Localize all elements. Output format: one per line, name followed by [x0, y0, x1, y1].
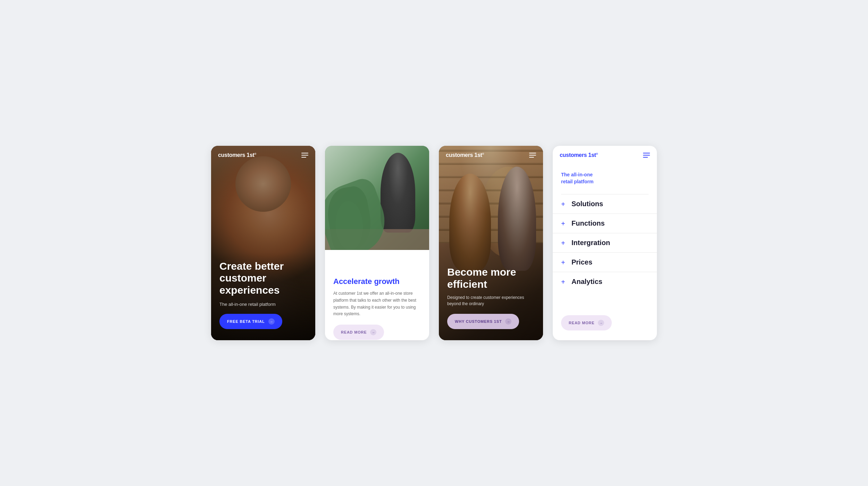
card-footer: Become more efficient Designed to create…: [439, 258, 543, 340]
card-header: customers 1st®: [553, 146, 657, 165]
menu-item-functions[interactable]: + Functions: [553, 214, 657, 233]
arrow-icon: →: [598, 320, 604, 326]
menu-label: Analytics: [571, 278, 602, 286]
card-menu: customers 1st® The all-in-oneretail plat…: [553, 146, 657, 340]
read-more-button[interactable]: READ MORE →: [333, 325, 384, 340]
cards-container: customers 1st® Create better customer ex…: [211, 146, 657, 340]
hamburger-menu-icon[interactable]: [643, 153, 650, 158]
plus-icon: +: [561, 278, 567, 285]
efficient-subtitle: Designed to create customer experiences …: [447, 294, 535, 307]
logo: customers 1st®: [560, 152, 598, 158]
hamburger-menu-icon[interactable]: [529, 153, 536, 158]
card-footer: Create better customer experiences The a…: [211, 252, 315, 341]
why-button[interactable]: WHY CUSTOMERS 1ST →: [447, 314, 519, 329]
logo: customers 1st®: [446, 152, 484, 158]
plus-icon: +: [561, 259, 567, 266]
menu-label: Functions: [571, 219, 605, 227]
hero-title: Create better customer experiences: [219, 260, 307, 296]
card-growth: customers 1st® Accelerate growth At cust…: [325, 146, 429, 340]
menu-item-analytics[interactable]: + Analytics: [553, 272, 657, 291]
plus-icon: +: [561, 240, 567, 246]
growth-body: At customer 1st we offer an all-in-one s…: [333, 290, 421, 318]
plus-icon: +: [561, 201, 567, 208]
card-header: customers 1st®: [439, 146, 543, 165]
menu-item-solutions[interactable]: + Solutions: [553, 194, 657, 214]
growth-title: Accelerate growth: [333, 277, 421, 286]
free-trial-button[interactable]: FREE BETA TRIAL →: [219, 314, 282, 329]
menu-label: Solutions: [571, 200, 603, 208]
arrow-icon: →: [505, 318, 511, 325]
arrow-icon: →: [268, 318, 275, 325]
tagline: The all-in-oneretail platform: [553, 165, 657, 188]
menu-item-integration[interactable]: + Intergration: [553, 233, 657, 253]
card-hero: customers 1st® Create better customer ex…: [211, 146, 315, 340]
card-header: customers 1st®: [325, 250, 429, 269]
card-efficient: customers 1st® Become more efficient Des…: [439, 146, 543, 340]
read-more-button[interactable]: READ MORE →: [561, 315, 612, 330]
hero-subtitle: The all-in-one retail platform: [219, 302, 307, 307]
plus-icon: +: [561, 220, 567, 227]
card-header: customers 1st®: [211, 146, 315, 165]
logo: customers 1st®: [332, 256, 370, 262]
card-footer: READ MORE →: [553, 310, 657, 340]
menu-label: Intergration: [571, 239, 610, 247]
logo: customers 1st®: [218, 152, 256, 158]
card-content: Accelerate growth At customer 1st we off…: [325, 269, 429, 340]
arrow-icon: →: [370, 329, 376, 335]
hamburger-menu-icon[interactable]: [301, 153, 308, 158]
efficient-title: Become more efficient: [447, 266, 535, 290]
growth-photo: [325, 146, 429, 250]
menu-label: Prices: [571, 258, 592, 266]
hamburger-menu-icon[interactable]: [415, 257, 422, 262]
menu-item-prices[interactable]: + Prices: [553, 253, 657, 272]
